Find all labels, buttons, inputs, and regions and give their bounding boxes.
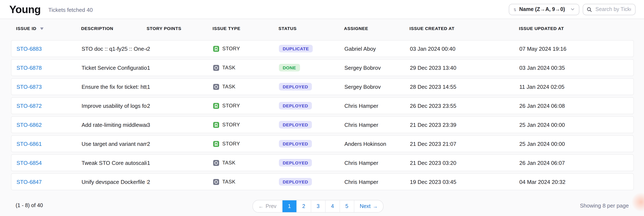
column-header-description[interactable]: DESCRIPTION [81, 26, 147, 31]
page-title: Young [9, 3, 41, 16]
issue-id-link[interactable]: STO-6873 [16, 84, 42, 90]
assignee-name: Anders Hokinson [344, 140, 410, 147]
table-row[interactable]: STO-6873Ensure the fix for ticket: https… [11, 78, 634, 95]
issue-type-cell: STORY [213, 102, 279, 109]
status-badge: DUPLICATE [279, 45, 313, 53]
table-body: STO-6883STO doc :: q1-fy25 :: One-click … [11, 40, 634, 190]
search-box[interactable] [583, 4, 636, 15]
arrow-left-icon: ← [258, 203, 264, 209]
status-cell: DONE [279, 64, 344, 72]
top-bar: Young Tickets fetched 40 ↑↓ Name (Z→A, 9… [0, 0, 644, 19]
prev-page-button[interactable]: ←Prev [253, 200, 282, 212]
issue-id-link[interactable]: STO-6883 [16, 46, 42, 52]
footer-bar: (1 - 8) of 40 ←Prev12345Next→ Showing 8 … [0, 197, 644, 216]
issue-id-cell: STO-6847 [16, 178, 82, 185]
next-page-button[interactable]: Next→ [354, 200, 383, 212]
table-row[interactable]: STO-6862Add rate-limiting middleware to … [11, 116, 634, 133]
status-cell: DEPLOYED [279, 121, 344, 129]
issue-created-at: 21 Dec 2023 21:07 [410, 140, 519, 147]
column-header-story-points[interactable]: STORY POINTS [147, 26, 212, 31]
issue-created-at: 21 Dec 2023 03:20 [410, 160, 519, 166]
table-row[interactable]: STO-6847Unify devspace Dockerfile build2… [11, 173, 634, 190]
issue-id-cell: STO-6873 [16, 84, 82, 90]
issue-description: Add rate-limiting middleware to S... [82, 122, 147, 128]
issue-id-link[interactable]: STO-6862 [16, 122, 42, 128]
column-header-assignee[interactable]: ASSIGNEE [344, 26, 410, 31]
story-points: 2 [147, 102, 213, 109]
table-area: ISSUE IDDESCRIPTIONSTORY POINTSISSUE TYP… [0, 19, 644, 216]
issue-id-link[interactable]: STO-6847 [16, 178, 42, 185]
issue-type-label: STORY [222, 122, 240, 128]
issue-id-link[interactable]: STO-6861 [16, 140, 42, 147]
story-points: 2 [147, 140, 213, 147]
tickets-fetched-label: Tickets fetched 40 [48, 7, 93, 13]
issue-type-cell: TASK [213, 178, 279, 185]
chevron-down-icon [570, 7, 575, 12]
search-input[interactable] [594, 6, 632, 13]
task-icon [213, 178, 219, 185]
status-badge: DEPLOYED [279, 121, 312, 129]
sort-arrows-icon: ↑↓ [513, 7, 515, 12]
issue-description: STO doc :: q1-fy25 :: One-click e... [82, 46, 147, 52]
assignee-name: Chris Hamper [344, 102, 410, 109]
issue-id-link[interactable]: STO-6872 [16, 102, 42, 109]
issue-type-label: STORY [222, 141, 240, 147]
table-row[interactable]: STO-6854Tweak STO Core autoscaling par..… [11, 154, 634, 171]
story-points: 2 [147, 178, 213, 185]
page-button-4[interactable]: 4 [325, 200, 339, 212]
page-button-3[interactable]: 3 [310, 200, 325, 212]
assignee-name: Gabriel Aboy [344, 46, 410, 52]
issue-type-cell: TASK [213, 64, 279, 71]
issue-type-cell: TASK [213, 84, 279, 90]
story-points: 1 [147, 64, 213, 71]
sort-dropdown[interactable]: ↑↓ Name (Z→A, 9→0) [508, 4, 579, 15]
issue-id-link[interactable]: STO-6878 [16, 64, 42, 71]
search-icon [586, 6, 592, 12]
task-icon [213, 64, 219, 71]
issue-type-label: TASK [222, 84, 236, 90]
status-cell: DEPLOYED [279, 140, 344, 148]
issue-updated-at: 26 Jan 2024 06:07 [519, 160, 628, 166]
status-cell: DUPLICATE [279, 45, 344, 53]
issue-description: Tweak STO Core autoscaling par... [82, 160, 147, 166]
story-icon [213, 122, 219, 128]
sort-dropdown-label: Name (Z→A, 9→0) [519, 6, 565, 12]
table-row[interactable]: STO-6878Ticket Service Configuration1TAS… [11, 59, 634, 76]
story-points: 1 [147, 84, 213, 90]
issue-id-link[interactable]: STO-6854 [16, 160, 42, 166]
page-button-2[interactable]: 2 [296, 200, 310, 212]
status-badge: DONE [279, 64, 300, 72]
issue-description: Ticket Service Configuration [82, 64, 147, 71]
issue-updated-at: 11 Jan 2024 02:05 [519, 84, 628, 90]
assignee-name: Sergey Bobrov [344, 64, 410, 71]
status-badge: DEPLOYED [279, 102, 312, 110]
status-badge: DEPLOYED [279, 83, 312, 91]
issue-created-at: 29 Dec 2023 13:40 [410, 64, 519, 71]
issue-type-cell: STORY [213, 122, 279, 128]
arrow-right-icon: → [373, 203, 378, 209]
table-row[interactable]: STO-6883STO doc :: q1-fy25 :: One-click … [11, 40, 634, 57]
column-header-issue-type[interactable]: ISSUE TYPE [212, 26, 278, 31]
column-header-status[interactable]: STATUS [278, 26, 344, 31]
column-header-issue-updated-at[interactable]: ISSUE UPDATED AT [519, 26, 629, 31]
issue-type-cell: TASK [213, 160, 279, 166]
table-row[interactable]: STO-6872Improve usability of logs for fa… [11, 97, 634, 114]
issue-type-label: TASK [222, 179, 236, 185]
story-points: 1 [147, 160, 213, 166]
issue-updated-at: 03 Jan 2024 00:35 [519, 64, 628, 71]
page-button-1[interactable]: 1 [282, 200, 296, 212]
issue-description: Improve usability of logs for failur... [82, 102, 147, 109]
column-header-issue-created-at[interactable]: ISSUE CREATED AT [410, 26, 519, 31]
page-button-5[interactable]: 5 [339, 200, 354, 212]
issue-created-at: 19 Dec 2023 03:45 [410, 178, 519, 185]
issue-created-at: 28 Dec 2023 14:55 [410, 84, 519, 90]
assignee-name: Sergey Bobrov [344, 84, 410, 90]
issue-updated-at: 04 Mar 2024 20:32 [519, 178, 628, 185]
column-header-issue-id[interactable]: ISSUE ID [16, 26, 81, 31]
issue-type-cell: STORY [213, 140, 279, 147]
pagination: ←Prev12345Next→ [252, 200, 384, 212]
issue-id-cell: STO-6862 [16, 122, 82, 128]
issue-created-at: 03 Jan 2024 00:40 [410, 46, 519, 52]
issue-id-cell: STO-6861 [16, 140, 82, 147]
table-row[interactable]: STO-6861Use target and variant name sear… [11, 135, 634, 152]
